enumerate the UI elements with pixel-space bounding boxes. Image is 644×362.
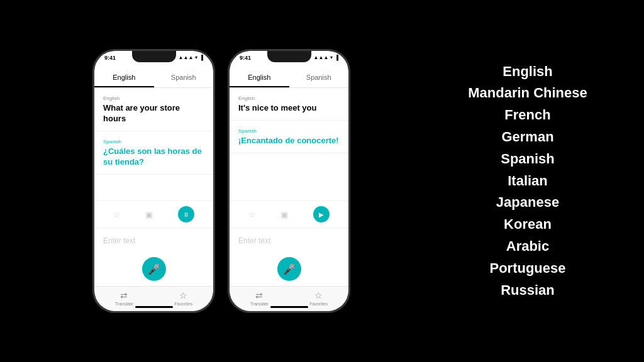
input-area-2[interactable]: Enter text	[230, 228, 348, 252]
input-placeholder-2: Enter text	[238, 236, 270, 245]
translate-icon-1: ⇄	[120, 290, 128, 300]
input-area-1[interactable]: Enter text	[94, 228, 213, 252]
signal-icon-2: ▲▲▲	[314, 55, 329, 60]
language-item-10: Russian	[501, 281, 555, 300]
language-item-4: Spanish	[501, 150, 555, 169]
wifi-icon: ▾	[195, 55, 197, 60]
book-icon-1[interactable]: ▣	[145, 210, 153, 219]
translation-area-1: English What are your store hours Spanis…	[94, 88, 213, 200]
translated-text-2: ¡Encantado de conocerte!	[238, 136, 340, 146]
mic-button-1[interactable]: 🎤	[142, 257, 166, 281]
nav-favorites-label-2: Favorites	[309, 302, 328, 306]
source-text-2: It's nice to meet you	[238, 103, 340, 114]
source-lang-label-2: English	[238, 96, 340, 101]
language-item-2: French	[504, 106, 550, 125]
star-icon-2[interactable]: ☆	[248, 210, 256, 219]
battery-icon: ▐	[199, 55, 203, 60]
nav-favorites-1[interactable]: ☆ Favorites	[154, 290, 214, 306]
tab-spanish-1[interactable]: Spanish	[154, 69, 214, 87]
favorites-icon-1: ☆	[179, 290, 187, 300]
mic-button-2[interactable]: 🎤	[277, 257, 301, 281]
status-icons-2: ▲▲▲ ▾ ▐	[314, 55, 338, 60]
language-item-9: Portuguese	[489, 259, 565, 278]
source-block-2: English It's nice to meet you	[230, 88, 348, 121]
translated-text-1: ¿Cuáles son las horas de su tienda?	[103, 146, 204, 168]
language-item-6: Japanese	[496, 193, 559, 212]
nav-favorites-label-1: Favorites	[174, 302, 192, 306]
translated-block-1: Spanish ¿Cuáles son las horas de su tien…	[94, 131, 213, 175]
nav-translate-1[interactable]: ⇄ Translate	[94, 290, 154, 306]
tab-spanish-2[interactable]: Spanish	[289, 69, 349, 87]
input-placeholder-1: Enter text	[103, 236, 135, 245]
phone-1: 9:41 ▲▲▲ ▾ ▐ English Spanish English Wha…	[92, 49, 215, 313]
language-item-1: Mandarin Chinese	[468, 84, 587, 103]
language-list: EnglishMandarin ChineseFrenchGermanSpani…	[424, 62, 625, 300]
nav-translate-2[interactable]: ⇄ Translate	[230, 290, 289, 306]
translated-lang-label-1: Spanish	[103, 139, 204, 145]
language-item-0: English	[502, 62, 552, 82]
battery-icon-2: ▐	[335, 55, 338, 60]
phones-container: 9:41 ▲▲▲ ▾ ▐ English Spanish English Wha…	[19, 49, 424, 313]
lang-tabs-2: English Spanish	[230, 69, 348, 88]
home-indicator-2	[270, 306, 308, 308]
translated-lang-label-2: Spanish	[238, 128, 340, 134]
signal-icon: ▲▲▲	[179, 55, 194, 60]
mic-area-2: 🎤	[230, 252, 348, 286]
language-item-8: Arabic	[506, 237, 549, 256]
home-indicator-1	[135, 306, 173, 308]
translation-area-2: English It's nice to meet you Spanish ¡E…	[230, 88, 348, 200]
notch-1	[132, 51, 176, 62]
action-bar-1: ☆ ▣ ⏸	[94, 200, 213, 228]
pause-button-1[interactable]: ⏸	[178, 206, 194, 222]
translate-icon-2: ⇄	[255, 290, 263, 300]
scene: 9:41 ▲▲▲ ▾ ▐ English Spanish English Wha…	[0, 0, 644, 362]
source-text-1: What are your store hours	[103, 103, 204, 124]
notch-2	[267, 51, 311, 62]
time-1: 9:41	[104, 55, 116, 61]
status-bar-1: 9:41 ▲▲▲ ▾ ▐	[94, 51, 213, 69]
language-item-3: German	[501, 128, 553, 147]
source-lang-label-1: English	[103, 96, 204, 101]
language-item-5: Italian	[508, 172, 548, 191]
star-icon-1[interactable]: ☆	[113, 210, 121, 219]
play-button-2[interactable]: ▶	[313, 206, 330, 222]
book-icon-2[interactable]: ▣	[280, 210, 288, 219]
tab-english-2[interactable]: English	[230, 69, 289, 87]
nav-favorites-2[interactable]: ☆ Favorites	[289, 290, 349, 306]
time-2: 9:41	[240, 55, 251, 61]
source-block-1: English What are your store hours	[94, 88, 213, 131]
tab-english-1[interactable]: English	[94, 69, 154, 87]
language-item-7: Korean	[504, 215, 552, 234]
wifi-icon-2: ▾	[330, 55, 333, 60]
nav-translate-label-2: Translate	[250, 302, 269, 306]
translated-block-2: Spanish ¡Encantado de conocerte!	[230, 121, 348, 153]
favorites-icon-2: ☆	[314, 290, 323, 300]
lang-tabs-1: English Spanish	[94, 69, 213, 88]
phone-2: 9:41 ▲▲▲ ▾ ▐ English Spanish English It'…	[228, 49, 350, 313]
status-bar-2: 9:41 ▲▲▲ ▾ ▐	[230, 51, 348, 69]
mic-area-1: 🎤	[94, 252, 213, 286]
action-bar-2: ☆ ▣ ▶	[230, 200, 348, 228]
nav-translate-label-1: Translate	[115, 302, 133, 306]
status-icons-1: ▲▲▲ ▾ ▐	[179, 55, 203, 60]
